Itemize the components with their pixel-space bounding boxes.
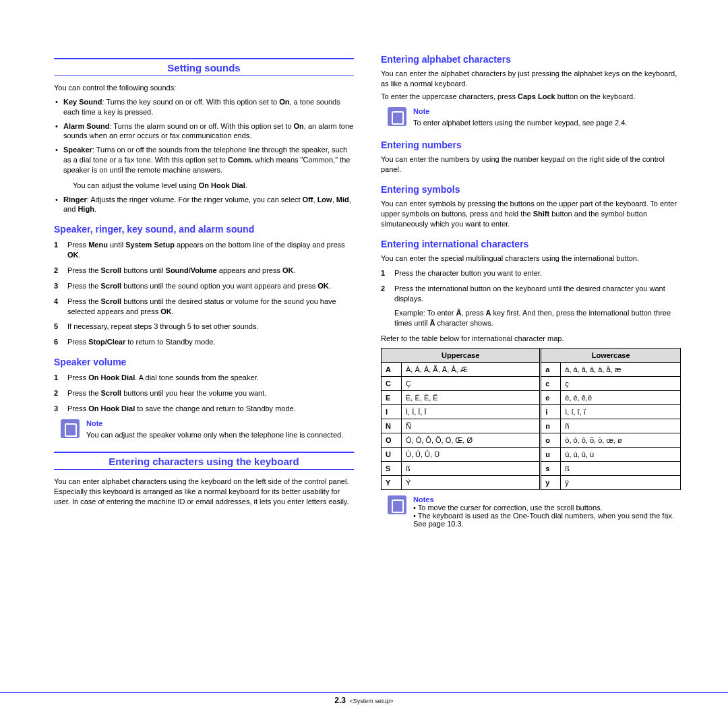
note-body: Note You can adjust the speaker volume o… [86, 419, 354, 443]
cell-lower-key: s [541, 461, 561, 475]
steps-intl: Press the character button you want to e… [381, 268, 681, 328]
sound-list: Key Sound: Turns the key sound on or off… [54, 97, 354, 214]
cell-lower-key: u [541, 447, 561, 461]
note-body: Notes • To move the curser for correctio… [413, 495, 681, 528]
left-column: Setting sounds You can control the follo… [54, 54, 354, 530]
cell-upper-val: Ý [402, 475, 541, 489]
step: Press On Hook Dial. A dial tone sounds f… [65, 373, 354, 383]
note-icon [388, 495, 406, 514]
cell-upper-val: Ù, Ú, Û, Ü [402, 447, 541, 461]
intro-text: You can control the following sounds: [54, 83, 354, 93]
steps-speaker-volume: Press On Hook Dial. A dial tone sounds f… [54, 373, 354, 414]
page-number: 2.3 [334, 696, 346, 705]
heading-intl: Entering international characters [381, 239, 681, 249]
cell-lower-val: è, é, ê,ë [561, 390, 681, 404]
cell-lower-key: n [541, 419, 561, 433]
table-header-row: Uppercase Lowercase [382, 348, 681, 362]
cell-upper-key: I [382, 404, 402, 419]
intl-refer: Refer to the table below for internation… [381, 334, 681, 344]
speaker-sub: You can adjust the volume level using On… [63, 181, 354, 191]
note-title: Note [413, 107, 681, 115]
table-row: AÀ, Á, Â, Ã, Ä, Å, Æaà, á, â, ã, ä, å, æ [382, 362, 681, 376]
step: Press Stop/Clear to return to Standby mo… [65, 337, 354, 347]
cell-upper-key: S [382, 461, 402, 475]
table-row: YÝyÿ [382, 475, 681, 489]
symbols-p: You can enter symbols by pressing the bu… [381, 199, 681, 229]
cell-upper-val: Ñ [402, 419, 541, 433]
cell-lower-key: i [541, 404, 561, 419]
step: Press the Scroll buttons until Sound/Vol… [65, 266, 354, 276]
bullet-key-sound: Key Sound: Turns the key sound on or off… [63, 97, 354, 117]
heading-speaker-ringer: Speaker, ringer, key sound, and alarm so… [54, 224, 354, 235]
th-lower: Lowercase [541, 348, 681, 362]
note-title: Note [86, 419, 354, 427]
cell-lower-val: ù, ú, û, ü [561, 447, 681, 461]
step: Press the character button you want to e… [392, 268, 681, 278]
cell-lower-val: ñ [561, 419, 681, 433]
note-alpha: Note To enter alphabet letters using the… [388, 107, 681, 131]
notes-bullet: • To move the curser for correction, use… [413, 504, 681, 512]
heading-setting-sounds: Setting sounds [54, 58, 354, 76]
cell-upper-val: È, É, Ê, Ë [402, 390, 541, 404]
heading-entering-keyboard: Entering characters using the keyboard [54, 452, 354, 470]
table-row: UÙ, Ú, Û, Üuù, ú, û, ü [382, 447, 681, 461]
numbers-p: You can enter the numbers by using the n… [381, 154, 681, 175]
note-text: You can adjust the speaker volume only w… [86, 430, 354, 440]
cell-lower-val: ì, í, î, ï [561, 404, 681, 419]
cell-upper-key: O [382, 433, 402, 447]
cell-lower-key: y [541, 475, 561, 489]
bullet-alarm-sound: Alarm Sound: Turns the alarm sound on or… [63, 121, 354, 142]
cell-lower-val: ß [561, 461, 681, 475]
step: Press the Scroll buttons until the desir… [65, 297, 354, 317]
page-body: Setting sounds You can control the follo… [54, 54, 681, 530]
keyboard-para: You can enter alphabet characters using … [54, 477, 354, 507]
note-icon [61, 419, 80, 438]
cell-upper-val: Ì, Í, Î, Ï [402, 404, 541, 419]
cell-lower-key: o [541, 433, 561, 447]
notes-block: Notes • To move the curser for correctio… [388, 495, 681, 528]
cell-upper-val: Ò, Ó, Ô, Õ, Ö, Œ, Ø [402, 433, 541, 447]
notes-bullet: • The keyboard is used as the One-Touch … [413, 512, 681, 528]
cell-lower-key: e [541, 390, 561, 404]
step: Press the international button on the ke… [392, 284, 681, 328]
page-footer: 2.3 <System setup> [0, 692, 728, 705]
note-icon [388, 107, 406, 126]
cell-lower-val: ÿ [561, 475, 681, 489]
cell-lower-key: a [541, 362, 561, 376]
note-body: Note To enter alphabet letters using the… [413, 107, 681, 131]
note-text: To enter alphabet letters using the numb… [413, 118, 681, 128]
table-row: EÈ, É, Ê, Ëeè, é, ê,ë [382, 390, 681, 404]
cell-upper-key: E [382, 390, 402, 404]
step: Press Menu until System Setup appears on… [65, 240, 354, 260]
section-name: <System setup> [350, 698, 394, 704]
step: Press the Scroll buttons until the sound… [65, 281, 354, 291]
cell-upper-key: Y [382, 475, 402, 489]
alpha-p1: You can enter the alphabet characters by… [381, 69, 681, 89]
heading-alpha: Entering alphabet characters [381, 54, 681, 65]
heading-speaker-volume: Speaker volume [54, 357, 354, 367]
cell-upper-key: N [382, 419, 402, 433]
bullet-speaker: Speaker: Turns on or off the sounds from… [63, 145, 354, 190]
intl-example: Example: To enter Â, press A key first. … [394, 308, 681, 328]
bullet-ringer: Ringer: Adjusts the ringer volume. For t… [63, 195, 354, 215]
note-speaker-volume: Note You can adjust the speaker volume o… [61, 419, 354, 443]
cell-upper-val: À, Á, Â, Ã, Ä, Å, Æ [402, 362, 541, 376]
table-row: IÌ, Í, Î, Ïiì, í, î, ï [382, 404, 681, 419]
cell-upper-val: Ç [402, 376, 541, 390]
heading-symbols: Entering symbols [381, 184, 681, 195]
alpha-p2: To enter the uppercase characters, press… [381, 92, 681, 102]
cell-lower-key: c [541, 376, 561, 390]
heading-numbers: Entering numbers [381, 140, 681, 150]
table-row: CÇcç [382, 376, 681, 390]
step: Press the Scroll buttons until you hear … [65, 388, 354, 398]
th-upper: Uppercase [382, 348, 541, 362]
step: Press On Hook Dial to save the change an… [65, 404, 354, 414]
cell-lower-val: à, á, â, ã, ä, å, æ [561, 362, 681, 376]
intl-char-table: Uppercase Lowercase AÀ, Á, Â, Ã, Ä, Å, Æ… [381, 348, 681, 490]
notes-title: Notes [413, 495, 681, 504]
cell-lower-val: ò, ó, ô, õ, ö, œ, ø [561, 433, 681, 447]
intl-p: You can enter the special multilingual c… [381, 253, 681, 264]
table-row: Sßsß [382, 461, 681, 475]
table-row: OÒ, Ó, Ô, Õ, Ö, Œ, Øoò, ó, ô, õ, ö, œ, ø [382, 433, 681, 447]
cell-upper-key: C [382, 376, 402, 390]
